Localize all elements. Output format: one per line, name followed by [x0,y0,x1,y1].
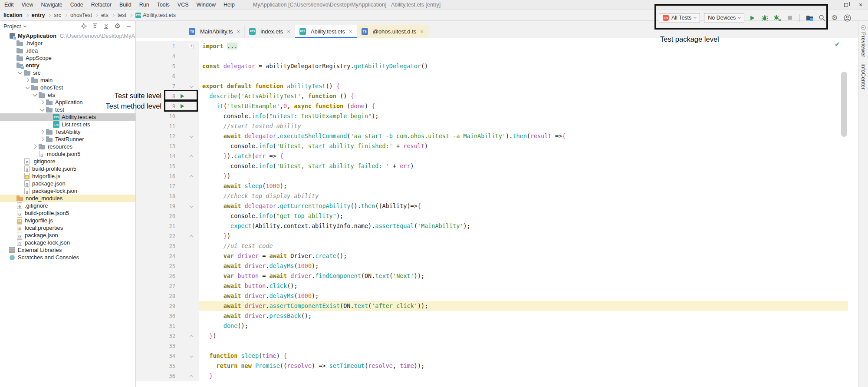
project-tree-item[interactable]: node_modules [0,195,135,202]
code-content[interactable]: await delegator.getCurrentTopAbility().t… [199,201,848,211]
project-tree-item[interactable]: TestAbility [0,128,135,136]
chevron-right-icon[interactable] [39,100,45,105]
menu-build[interactable]: Build [119,2,132,8]
editor-tab[interactable]: ETSAbility.test.ets× [295,25,357,38]
menu-view[interactable]: View [22,2,33,8]
fold-marker-icon[interactable] [187,205,196,207]
code-content[interactable]: } [199,371,848,381]
project-tree-item[interactable]: ⊘.gitignore [0,202,135,209]
menu-vcs[interactable]: VCS [178,2,189,8]
project-tree-item[interactable]: .idea [0,47,135,54]
chevron-right-icon[interactable] [25,78,30,83]
tool-window-button-previewer[interactable]: Previewer [860,25,866,57]
chevron-right-icon[interactable] [32,144,37,149]
breadcrumb-item[interactable]: ETSAbility.test.ets [135,12,176,18]
menu-run[interactable]: Run [139,2,149,8]
fold-marker-icon[interactable] [187,44,196,49]
close-icon[interactable]: × [349,28,352,35]
code-content[interactable]: console.info('Uitest, start ability fini… [199,141,848,151]
project-tree-item[interactable]: resources [0,143,135,150]
project-tree-item[interactable]: AppScope [0,54,135,62]
code-content[interactable]: console.info("get top ability"); [199,211,848,221]
code-content[interactable]: }) [199,171,848,181]
menu-window[interactable]: Window [197,2,216,8]
run-test-icon[interactable] [178,104,187,109]
project-tree-item[interactable]: entry [0,62,135,69]
close-icon[interactable]: × [420,28,424,35]
chevron-down-icon[interactable] [39,107,45,112]
breadcrumb-item[interactable]: src [54,12,61,18]
editor-scrollbar[interactable] [841,72,847,137]
project-tree-item[interactable]: TestRunner [0,136,135,143]
chevron-right-icon[interactable] [39,129,45,135]
chevron-down-icon[interactable] [25,85,30,90]
code-content[interactable]: }) [199,331,848,341]
code-content[interactable]: expect(Ability.context.abilityInfo.name)… [199,221,848,231]
project-tree-item[interactable]: ETSAbility.test.ets [0,113,135,121]
search-icon[interactable] [818,14,826,22]
chevron-down-icon[interactable] [32,93,37,98]
profile-icon[interactable] [843,14,851,22]
code-content[interactable]: //start tested ability [199,121,848,131]
breadcrumb-item[interactable]: ohosTest [70,12,92,18]
code-content[interactable]: //check top display ability [199,191,848,201]
device-file-browser-icon[interactable] [806,14,813,22]
code-content[interactable]: var button = await driver.findComponent(… [199,271,848,281]
fold-marker-icon[interactable] [187,86,196,87]
project-tree-item[interactable]: {}build-profile.json5 [0,165,135,172]
collapse-all-icon[interactable] [103,23,109,30]
project-tree-item[interactable]: MyApplicationC:\Users\lenovo\Desktop\MyA… [0,32,135,40]
project-tree-item[interactable]: External Libraries [0,246,135,254]
menu-tools[interactable]: Tools [157,2,170,8]
run-configuration-select[interactable]: JS All Tests [659,13,700,23]
menu-help[interactable]: Help [224,2,235,8]
chevron-down-icon[interactable] [17,70,23,76]
menu-navigate[interactable]: Navigate [41,2,62,8]
breadcrumb-item[interactable]: test [118,12,126,18]
code-content[interactable]: await sleep(1000); [199,181,848,191]
project-tree-item[interactable]: main [0,76,135,84]
code-content[interactable]: //ui test code [199,241,848,251]
code-content[interactable]: await driver.assertComponentExist(ON.tex… [199,301,848,311]
code-content[interactable]: await button.click(); [199,281,848,291]
close-icon[interactable]: × [287,28,290,35]
code-content[interactable]: console.info('Uitest, start ability fail… [199,161,848,171]
project-tree-item[interactable]: {}package-lock.json [0,239,135,246]
project-tree-item[interactable]: {}package-lock.json [0,187,135,195]
project-tree-item[interactable]: {}build-profile.json5 [0,209,135,217]
fold-marker-icon[interactable] [187,374,196,378]
close-icon[interactable]: × [237,28,240,35]
close-button[interactable]: × [853,0,868,10]
project-tree-item[interactable]: JShvigorfile.js [0,172,135,180]
menu-refactor[interactable]: Refactor [91,2,112,8]
code-content[interactable] [199,71,848,81]
run-test-icon[interactable] [178,94,187,99]
editor-tab[interactable]: TSMainAbility.ts× [184,25,245,38]
project-tree-item[interactable]: ETSList.test.ets [0,121,135,128]
code-content[interactable]: export default function abilityTest() { [199,81,848,91]
code-content[interactable]: import ... [199,41,848,51]
code-content[interactable]: await delegator.executeShellCommand('aa … [199,131,848,141]
breadcrumb-item[interactable]: entry [32,12,45,18]
code-content[interactable]: const delegator = abilityDelegatorRegist… [199,61,848,71]
code-content[interactable]: }) [199,231,848,241]
stop-icon[interactable] [786,14,794,22]
fold-marker-icon[interactable] [187,136,196,137]
settings-icon[interactable]: ⚙ [831,14,838,22]
code-content[interactable]: done(); [199,321,848,331]
project-view-selector[interactable]: Project [3,23,21,30]
debug-icon[interactable] [761,14,769,22]
fold-marker-icon[interactable] [187,355,196,357]
code-content[interactable] [199,51,848,61]
breadcrumb-item[interactable]: ets [101,12,108,18]
editor-tab[interactable]: TS@ohos.uitest.d.ts× [357,25,428,38]
project-tree-item[interactable]: .hvigor [0,40,135,47]
menu-code[interactable]: Code [70,2,83,8]
code-content[interactable]: await driver.pressBack(); [199,311,848,321]
run-icon[interactable] [748,14,756,22]
settings-icon[interactable]: ⚙ [114,23,121,30]
project-tree-item[interactable]: src [0,69,135,76]
project-tree-item[interactable]: ohosTest [0,84,135,91]
editor-tab[interactable]: ETSindex.ets× [245,25,295,38]
project-tree-item[interactable]: ⊘.gitignore [0,158,135,165]
